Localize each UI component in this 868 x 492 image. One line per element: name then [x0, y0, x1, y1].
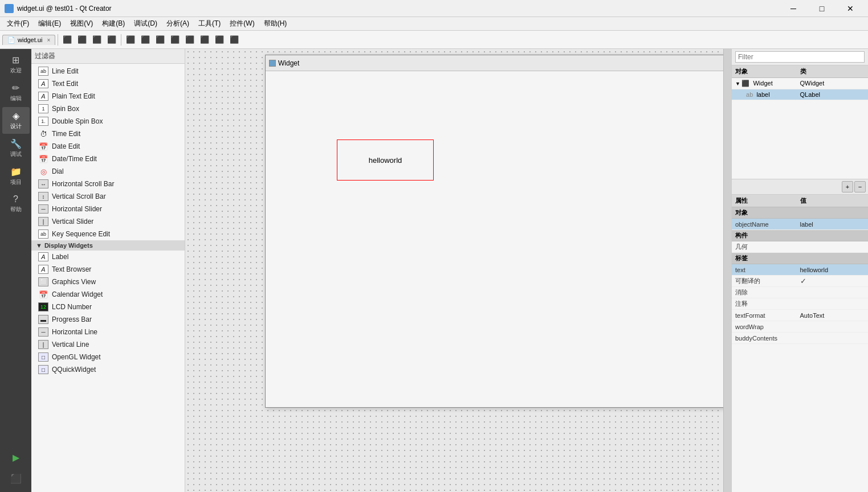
widget-item-v-line[interactable]: | Vertical Line: [31, 338, 185, 351]
calendar-icon: 📅: [38, 290, 48, 299]
debug-label: 调试: [10, 150, 22, 158]
lcd-icon: 12: [38, 302, 48, 311]
sidebar-item-project[interactable]: 📁 项目: [2, 163, 30, 190]
widget-canvas[interactable]: helloworld: [266, 71, 731, 407]
toolbar-btn-2[interactable]: ⬛: [75, 33, 89, 47]
widget-item-graphics-view[interactable]: ⬜ Graphics View: [31, 276, 185, 288]
widget-item-double-spin-box[interactable]: 1. Double Spin Box: [31, 115, 185, 128]
menu-item-e[interactable]: 编辑(E): [34, 18, 66, 30]
menu-item-d[interactable]: 调试(D): [129, 18, 162, 30]
props-row-geometry[interactable]: 几何: [732, 241, 868, 253]
widget-item-h-slider[interactable]: ─ Horizontal Slider: [31, 203, 185, 215]
h-scrollbar-label: Horizontal Scroll Bar: [52, 180, 114, 188]
stop-icon: ⬛: [10, 473, 22, 484]
props-row-textformat[interactable]: textFormat AutoText: [732, 310, 868, 321]
display-widgets-category[interactable]: ▼ Display Widgets: [31, 240, 185, 251]
widget-item-h-line[interactable]: ─ Horizontal Line: [31, 326, 185, 338]
remove-property-button[interactable]: −: [854, 181, 866, 192]
menu-item-w[interactable]: 控件(W): [225, 18, 259, 30]
sidebar-item-welcome[interactable]: ⊞ 欢迎: [2, 51, 30, 78]
props-key-text: text: [735, 266, 800, 273]
widget-item-line-edit[interactable]: ab Line Edit: [31, 65, 185, 77]
props-col-key: 属性: [735, 196, 800, 205]
menu-item-b[interactable]: 构建(B): [97, 18, 129, 30]
plain-text-edit-icon: A: [38, 92, 48, 101]
canvas-scrollbar-v[interactable]: [723, 49, 731, 492]
toolbar-btn-11[interactable]: ⬛: [213, 33, 226, 47]
widget-item-calendar[interactable]: 📅 Calendar Widget: [31, 288, 185, 301]
widget-item-opengl[interactable]: □ OpenGL Widget: [31, 351, 185, 363]
props-row-translatable[interactable]: 可翻译的 ✓: [732, 276, 868, 287]
widget-item-text-browser[interactable]: A Text Browser: [31, 263, 185, 276]
widget-item-spin-box[interactable]: 1 Spin Box: [31, 102, 185, 115]
menu-item-f[interactable]: 文件(F): [2, 18, 34, 30]
menu-item-t[interactable]: 工具(T): [194, 18, 225, 30]
widget-item-time-edit[interactable]: ⏱ Time Edit: [31, 128, 185, 140]
toolbar-btn-12[interactable]: ⬛: [227, 33, 241, 47]
widget-title-text: Widget: [278, 59, 731, 67]
props-row-buddycontents[interactable]: buddyContents: [732, 333, 868, 344]
properties-toolbar: + −: [732, 179, 868, 195]
filter-input[interactable]: [735, 51, 865, 63]
menu-item-h[interactable]: 帮助(H): [259, 18, 292, 30]
widget-item-label[interactable]: A Label: [31, 251, 185, 263]
object-tree-row-label[interactable]: ab label QLabel: [732, 89, 868, 100]
props-row-comment[interactable]: 注释: [732, 298, 868, 310]
line-edit-icon: ab: [38, 67, 48, 76]
obj-widget-class: QWidget: [800, 80, 865, 87]
project-label: 项目: [10, 178, 22, 186]
widget-item-qquick[interactable]: □ QQuickWidget: [31, 363, 185, 376]
minimize-button[interactable]: ─: [780, 0, 806, 17]
close-button[interactable]: ✕: [837, 0, 863, 17]
props-row-disambiguation[interactable]: 消除: [732, 287, 868, 298]
toolbar-btn-1[interactable]: ⬛: [60, 33, 74, 47]
sidebar-item-debug-stop[interactable]: ⬛: [2, 470, 30, 487]
sidebar-item-debug-run[interactable]: ▶: [2, 449, 30, 466]
filter-section: [732, 49, 868, 65]
widget-item-v-slider[interactable]: | Vertical Slider: [31, 215, 185, 228]
toolbar-btn-3[interactable]: ⬛: [90, 33, 104, 47]
sidebar-item-edit[interactable]: ✏ 编辑: [2, 79, 30, 106]
sidebar-item-debug[interactable]: 🔧 调试: [2, 135, 30, 162]
help-icon: ?: [13, 194, 18, 204]
props-row-wordwrap[interactable]: wordWrap: [732, 321, 868, 333]
widget-item-dial[interactable]: ◎ Dial: [31, 165, 185, 178]
help-label: 帮助: [10, 206, 22, 214]
widget-item-datetime-edit[interactable]: 📅 Date/Time Edit: [31, 153, 185, 165]
toolbar-btn-10[interactable]: ⬛: [198, 33, 211, 47]
toolbar-btn-7[interactable]: ⬛: [153, 33, 167, 47]
widget-item-text-edit[interactable]: A Text Edit: [31, 77, 185, 90]
obj-label-name: ab label: [735, 91, 800, 98]
widget-item-key-sequence[interactable]: ab Key Sequence Edit: [31, 228, 185, 240]
double-spin-box-icon: 1.: [38, 117, 48, 126]
widget-item-progress-bar[interactable]: ▬ Progress Bar: [31, 313, 185, 326]
props-row-objectname[interactable]: objectName label: [732, 219, 868, 230]
obj-col-name: 对象: [735, 67, 800, 76]
tab-close-icon[interactable]: ×: [47, 37, 50, 43]
widget-item-date-edit[interactable]: 📅 Date Edit: [31, 140, 185, 153]
run-icon: ▶: [13, 452, 19, 463]
toolbar-btn-5[interactable]: ⬛: [124, 33, 137, 47]
widget-window: Widget ─ □ ✕ helloworld: [265, 55, 731, 408]
sidebar-item-design[interactable]: ◈ 设计: [2, 107, 30, 134]
maximize-button[interactable]: □: [809, 0, 835, 17]
label-label: Label: [52, 253, 68, 261]
toolbar-btn-8[interactable]: ⬛: [168, 33, 182, 47]
toolbar-btn-6[interactable]: ⬛: [138, 33, 152, 47]
menu-item-v[interactable]: 视图(V): [66, 18, 97, 30]
toolbar-btn-4[interactable]: ⬛: [105, 33, 119, 47]
add-property-button[interactable]: +: [842, 181, 853, 192]
welcome-label: 欢迎: [10, 67, 22, 75]
graphics-view-label: Graphics View: [52, 278, 96, 286]
widget-item-h-scrollbar[interactable]: ↔ Horizontal Scroll Bar: [31, 178, 185, 190]
widget-item-plain-text-edit[interactable]: A Plain Text Edit: [31, 90, 185, 102]
widget-item-v-scrollbar[interactable]: ↕ Vertical Scroll Bar: [31, 190, 185, 203]
toolbar-btn-9[interactable]: ⬛: [183, 33, 197, 47]
widget-item-lcd-number[interactable]: 12 LCD Number: [31, 301, 185, 313]
object-tree-row-widget[interactable]: ▼ ⬛ Widget QWidget: [732, 78, 868, 89]
editor-tab[interactable]: 📄 widget.ui ×: [2, 35, 55, 45]
props-row-text[interactable]: text helloworld: [732, 264, 868, 276]
label-element[interactable]: helloworld: [337, 140, 434, 181]
sidebar-item-help[interactable]: ? 帮助: [2, 191, 30, 217]
menu-item-a[interactable]: 分析(A): [162, 18, 194, 30]
